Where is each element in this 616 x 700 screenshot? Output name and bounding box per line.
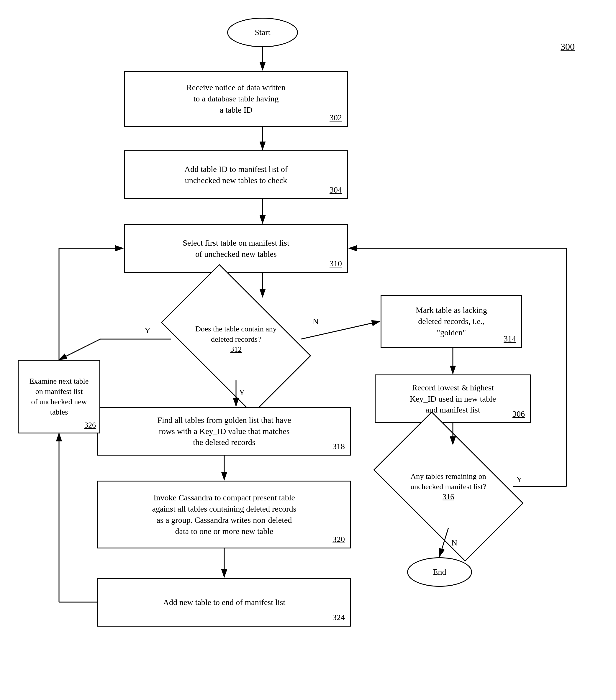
node-304-text: Add table ID to manifest list of uncheck…	[180, 161, 292, 188]
svg-text:N: N	[313, 317, 319, 326]
node-314: Mark table as lacking deleted records, i…	[381, 295, 522, 348]
svg-line-8	[59, 339, 100, 360]
ref-310: 310	[330, 259, 342, 268]
end-node: End	[407, 557, 472, 587]
node-316-text: Any tables remaining onunchecked manifes…	[410, 471, 486, 502]
node-316: Any tables remaining onunchecked manifes…	[373, 411, 523, 561]
node-306-text: Record lowest & highest Key_ID used in n…	[406, 380, 500, 418]
ref-326: 326	[84, 421, 96, 429]
node-326-text: Examine next table on manifest list of u…	[25, 374, 93, 420]
flowchart-container: 300 Start Receive notice of data written…	[0, 0, 616, 700]
end-label: End	[429, 564, 450, 580]
node-302: Receive notice of data written to a data…	[124, 71, 348, 127]
node-320-text: Invoke Cassandra to compact present tabl…	[148, 490, 300, 539]
ref-300: 300	[560, 41, 575, 52]
node-320: Invoke Cassandra to compact present tabl…	[97, 480, 351, 548]
node-312-text: Does the table contain anydeleted record…	[195, 324, 277, 354]
svg-line-5	[301, 321, 380, 339]
node-310-text: Select first table on manifest list of u…	[178, 235, 294, 262]
node-304: Add table ID to manifest list of uncheck…	[124, 150, 348, 199]
ref-306: 306	[513, 409, 525, 419]
node-324-text: Add new table to end of manifest list	[159, 595, 289, 610]
ref-318: 318	[332, 442, 345, 451]
node-318-text: Find all tables from golden list that ha…	[153, 412, 295, 450]
node-324: Add new table to end of manifest list 32…	[97, 578, 351, 627]
ref-314: 314	[504, 334, 516, 343]
ref-304: 304	[330, 185, 342, 195]
ref-302: 302	[330, 113, 342, 122]
svg-text:Y: Y	[145, 326, 150, 335]
node-312: Does the table contain anydeleted record…	[161, 264, 311, 414]
start-label: Start	[251, 24, 275, 40]
ref-320: 320	[332, 535, 345, 544]
ref-324: 324	[332, 613, 345, 622]
node-306: Record lowest & highest Key_ID used in n…	[375, 374, 531, 423]
node-314-text: Mark table as lacking deleted records, i…	[411, 302, 491, 340]
node-326: Examine next table on manifest list of u…	[18, 360, 100, 434]
svg-text:Y: Y	[516, 475, 522, 484]
node-310: Select first table on manifest list of u…	[124, 224, 348, 273]
start-node: Start	[227, 18, 298, 47]
node-318: Find all tables from golden list that ha…	[97, 407, 351, 455]
node-302-text: Receive notice of data written to a data…	[182, 79, 290, 118]
